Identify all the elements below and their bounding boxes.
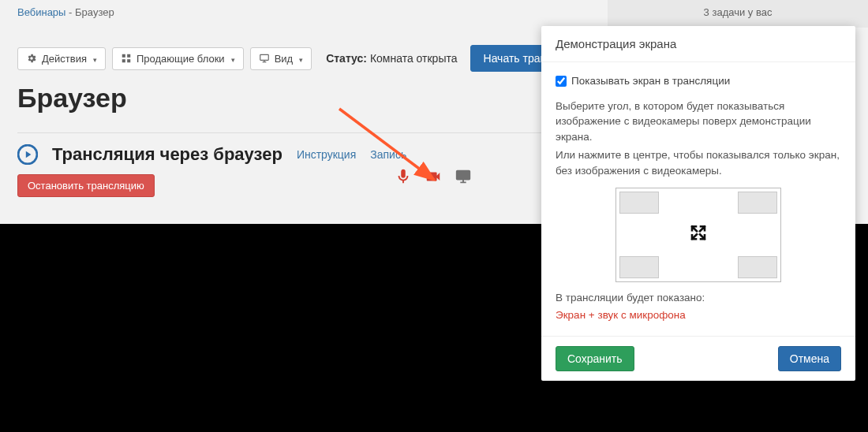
room-status-value: Комната открыта <box>370 52 458 65</box>
svg-marker-6 <box>26 151 32 158</box>
camera-icon[interactable] <box>425 168 442 188</box>
view-dropdown[interactable]: Вид <box>250 47 312 70</box>
svg-rect-0 <box>122 54 125 58</box>
cancel-button[interactable]: Отмена <box>778 346 841 371</box>
svg-rect-1 <box>127 54 130 58</box>
save-button[interactable]: Сохранить <box>556 346 634 371</box>
position-center-only-screen[interactable] <box>689 224 708 248</box>
microphone-icon[interactable] <box>395 168 412 188</box>
room-status: Статус: Комната открыта <box>326 52 457 65</box>
caret-down-icon <box>230 53 235 65</box>
dialog-description-1: Выберите угол, в котором будет показыват… <box>556 99 841 145</box>
screen-share-icon[interactable] <box>455 168 472 188</box>
media-icons <box>395 168 472 188</box>
record-link[interactable]: Запись <box>370 148 406 161</box>
caret-down-icon <box>297 53 303 65</box>
room-status-label: Статус: <box>326 52 367 65</box>
instruction-link[interactable]: Инструкция <box>297 148 356 161</box>
broadcast-title: Трансляция через браузер <box>52 144 282 165</box>
svg-rect-7 <box>457 171 470 180</box>
shown-as-label: В трансляции будет показано: <box>556 290 841 306</box>
camera-position-picker <box>615 188 781 282</box>
dialog-title: Демонстрация экрана <box>541 26 855 62</box>
position-top-left[interactable] <box>619 192 659 214</box>
svg-rect-2 <box>122 59 125 62</box>
selling-blocks-dropdown[interactable]: Продающие блоки <box>112 47 244 70</box>
caret-down-icon <box>92 53 97 65</box>
show-screen-checkbox-label[interactable]: Показывать экран в трансляции <box>556 73 841 89</box>
stop-broadcast-button[interactable]: Остановить трансляцию <box>17 174 155 197</box>
breadcrumb-parent-link[interactable]: Вебинары <box>17 6 65 18</box>
actions-label: Действия <box>42 53 87 65</box>
tasks-count-label: 3 задачи у вас <box>704 6 773 18</box>
show-screen-checkbox-text: Показывать экран в трансляции <box>571 73 730 89</box>
monitor-icon <box>259 53 270 64</box>
blocks-label: Продающие блоки <box>137 53 225 65</box>
play-icon <box>17 144 38 165</box>
position-top-right[interactable] <box>738 192 777 214</box>
actions-dropdown[interactable]: Действия <box>17 47 106 70</box>
breadcrumb-separator: - <box>69 6 75 18</box>
tasks-status: 3 задачи у вас <box>608 0 868 28</box>
position-bottom-left[interactable] <box>619 256 659 278</box>
position-bottom-right[interactable] <box>738 256 777 278</box>
breadcrumb-current: Браузер <box>75 6 114 18</box>
gears-icon <box>26 53 37 64</box>
shown-as-value: Экран + звук с микрофона <box>556 307 841 323</box>
svg-rect-4 <box>260 54 268 60</box>
view-label: Вид <box>275 53 294 65</box>
dialog-description-2: Или нажмите в центре, чтобы показывался … <box>556 147 841 178</box>
grid-icon <box>121 53 132 64</box>
show-screen-checkbox[interactable] <box>556 76 567 87</box>
svg-rect-3 <box>127 59 130 62</box>
screen-share-dialog: Демонстрация экрана Показывать экран в т… <box>541 26 855 381</box>
